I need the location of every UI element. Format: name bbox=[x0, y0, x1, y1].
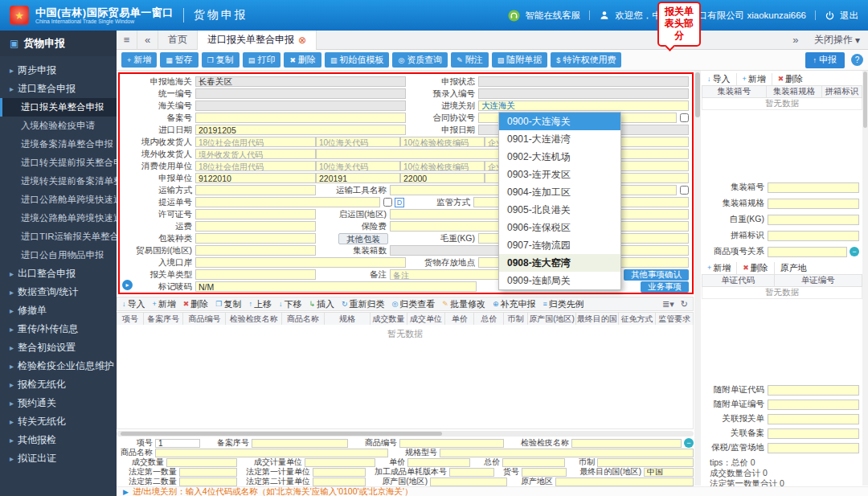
copy-button[interactable]: ❐复制 bbox=[202, 52, 240, 68]
dropdown-option-0906[interactable]: 0906-连保税区 bbox=[499, 219, 620, 236]
container-no-input[interactable] bbox=[768, 182, 859, 193]
dropdown-option-0909[interactable]: 0909-连邮局关 bbox=[499, 272, 620, 289]
collapse-container-icon[interactable]: − bbox=[850, 247, 859, 256]
import-date-input[interactable] bbox=[195, 125, 406, 135]
overseas-consignee-code-input[interactable] bbox=[195, 149, 316, 159]
grid-add-button[interactable]: +新增 bbox=[153, 298, 176, 310]
record-seq-input[interactable] bbox=[252, 439, 348, 448]
unified-no-input[interactable] bbox=[195, 88, 406, 99]
mark-no-input[interactable] bbox=[195, 281, 477, 292]
contract-checkbox[interactable] bbox=[680, 113, 689, 122]
column-header[interactable]: 成交单位 bbox=[407, 313, 445, 326]
declare-unit-customs-input[interactable] bbox=[316, 173, 400, 183]
sidebar-subitem-import-tir[interactable]: 进口TIR运输报关单整合申 bbox=[0, 228, 117, 246]
container-import-button[interactable]: ↓导入 bbox=[702, 73, 737, 85]
bonded-place-input[interactable] bbox=[768, 443, 859, 453]
attached-doc-no-input[interactable] bbox=[768, 400, 859, 410]
close-icon[interactable]: ⊗ bbox=[298, 35, 306, 46]
grid-reclassify-button[interactable]: ↻重新归类 bbox=[342, 298, 385, 310]
dropdown-option-0908[interactable]: 0908-连大窑湾 bbox=[499, 254, 620, 272]
grid-move-down-button[interactable]: ↓下移 bbox=[279, 298, 302, 310]
related-declaration-input[interactable] bbox=[768, 414, 859, 424]
dropdown-option-0900[interactable]: 0900-大连海关 bbox=[499, 113, 620, 130]
unit-price-input[interactable] bbox=[407, 458, 470, 467]
refresh-icon[interactable]: ↻ bbox=[681, 299, 688, 309]
column-header[interactable]: 监管要求 bbox=[656, 313, 694, 326]
container-weight-input[interactable] bbox=[768, 215, 859, 225]
qty-input[interactable] bbox=[166, 458, 237, 467]
bill-checkbox[interactable] bbox=[383, 198, 392, 207]
grid-import-button[interactable]: ↓导入 bbox=[122, 298, 145, 310]
print-button[interactable]: ▤打印 bbox=[243, 52, 281, 68]
declare-button[interactable]: ↑申报 bbox=[805, 52, 845, 68]
doc-add-button[interactable]: +新增 bbox=[702, 262, 737, 274]
sidebar-subitem-entry-transit-record[interactable]: 进境转关提前备案清单整 bbox=[0, 172, 117, 191]
sidebar-item-appointment-clearance[interactable]: ▸预约通关 bbox=[0, 394, 117, 412]
attached-docs-button[interactable]: ▧随附单据 bbox=[492, 52, 548, 68]
qty-unit-input[interactable] bbox=[305, 458, 375, 467]
freight-input[interactable] bbox=[195, 221, 316, 232]
collapse-tabs-icon[interactable]: « bbox=[137, 31, 158, 50]
help-icon[interactable]: ? bbox=[851, 54, 863, 66]
grid-batch-edit-button[interactable]: ✎批量修改 bbox=[442, 298, 485, 310]
total-price-input[interactable] bbox=[502, 458, 565, 467]
tab-import-declaration[interactable]: 进口报关单整合申报⊗ bbox=[198, 31, 317, 50]
column-header[interactable]: 商品名称 bbox=[282, 313, 325, 326]
grid-move-up-button[interactable]: ↑上移 bbox=[248, 298, 272, 310]
column-header[interactable]: 商品编号 bbox=[183, 313, 226, 326]
scrollbar-thumb[interactable] bbox=[863, 72, 867, 128]
horizontal-scrollbar[interactable] bbox=[117, 431, 694, 437]
bill-no-input[interactable] bbox=[195, 197, 380, 207]
prerecord-no-input[interactable] bbox=[478, 88, 689, 99]
container-delete-button[interactable]: ✖删除 bbox=[772, 73, 809, 85]
goods-name-input[interactable] bbox=[155, 449, 388, 457]
entry-port-input[interactable] bbox=[195, 257, 406, 268]
columns-menu-icon[interactable]: ≣▾ bbox=[662, 299, 674, 309]
sidebar-subitem-entry-ciq[interactable]: 入境检验检疫申请 bbox=[0, 117, 117, 135]
sidebar-item-cert-issue[interactable]: ▸拟证出证 bbox=[0, 449, 117, 468]
dropdown-option-0907[interactable]: 0907-连物流园 bbox=[499, 236, 620, 254]
sidebar-item-other-inspection[interactable]: ▸其他报检 bbox=[0, 431, 117, 449]
sidebar-item-import-integrated[interactable]: ▸进口整合申报 bbox=[0, 80, 117, 98]
dropdown-option-0905[interactable]: 0905-北良港关 bbox=[499, 201, 620, 219]
grid-supplement-button[interactable]: ⊕补充申报 bbox=[493, 298, 536, 310]
record-no-input[interactable] bbox=[195, 113, 406, 123]
currency-input[interactable] bbox=[597, 458, 694, 467]
picker-icon[interactable]: D bbox=[395, 198, 404, 207]
voyage-checkbox[interactable] bbox=[680, 186, 689, 195]
related-record-input[interactable] bbox=[768, 428, 859, 439]
column-header[interactable]: 备案序号 bbox=[143, 313, 182, 326]
dropdown-option-0901[interactable]: 0901-大连港湾 bbox=[499, 130, 620, 148]
origin-button[interactable]: 原产地 bbox=[775, 262, 813, 274]
form-vertical-scrollbar[interactable] bbox=[694, 71, 701, 486]
unit-consumption-version-input[interactable] bbox=[449, 468, 494, 477]
close-operations-dropdown[interactable]: 关闭操作▾ bbox=[814, 33, 860, 47]
sidebar-item-amend-cancel[interactable]: ▸修撤单 bbox=[0, 301, 117, 320]
ciq-name-input[interactable] bbox=[571, 439, 682, 448]
dropdown-option-0902[interactable]: 0902-大连机场 bbox=[499, 148, 620, 166]
sidebar-subitem-entry-record-list[interactable]: 进境备案清单整合申报 bbox=[0, 135, 117, 154]
add-button[interactable]: +新增 bbox=[121, 52, 157, 68]
goods-no-input[interactable] bbox=[522, 468, 567, 477]
sidebar-subitem-import-declaration[interactable]: 进口报关单整合申报 bbox=[0, 98, 117, 117]
trade-country-input[interactable] bbox=[195, 245, 316, 256]
legal-qty2-input[interactable] bbox=[179, 478, 237, 486]
forward-tabs-icon[interactable]: » bbox=[785, 31, 806, 50]
sidebar-item-data-query[interactable]: ▸数据查询/统计 bbox=[0, 283, 117, 301]
column-header[interactable]: 最终目的国 bbox=[575, 313, 618, 326]
declare-status-input[interactable] bbox=[478, 76, 689, 87]
column-header[interactable]: 征免方式 bbox=[618, 313, 656, 326]
template-button[interactable]: ▥初始值模板 bbox=[325, 52, 390, 68]
domestic-consignee-credit-input[interactable] bbox=[195, 137, 316, 147]
save-draft-button[interactable]: ▦暂存 bbox=[160, 52, 199, 68]
spec-model-input[interactable] bbox=[440, 449, 694, 457]
legal-unit2-input[interactable] bbox=[313, 478, 366, 486]
declare-customs-input[interactable] bbox=[195, 76, 406, 87]
sidebar-subitem-import-transit-predecl[interactable]: 进口转关提前报关整合申 bbox=[0, 154, 117, 172]
legal-qty1-input[interactable] bbox=[179, 468, 237, 477]
license-no-input[interactable] bbox=[195, 209, 316, 219]
business-matters-button[interactable]: 业务事项 bbox=[641, 281, 689, 293]
consume-unit-customs-input[interactable] bbox=[316, 161, 400, 171]
column-header[interactable]: 拼箱标识 bbox=[822, 86, 862, 98]
sidebar-item-retransmit[interactable]: ▸重传/补传信息 bbox=[0, 320, 117, 338]
